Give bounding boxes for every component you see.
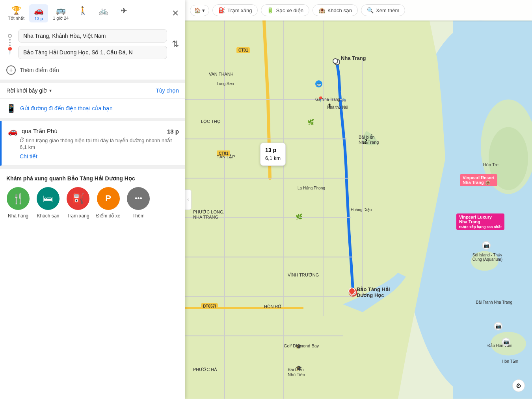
filter-ev-label: Sạc xe điện (276, 7, 303, 13)
transport-walk-label: — (81, 16, 85, 21)
car-icon: 🚗 (34, 6, 44, 15)
close-button[interactable]: ✕ (170, 7, 180, 20)
explore-items: 🍴 Nhà hàng 🛏 Khách sạn ⛽ Trạm xăng P Điể… (6, 187, 179, 219)
route-dots: 📍 (5, 34, 15, 54)
transport-bike[interactable]: 🚲 — (94, 4, 113, 22)
route-info-bubble: 13 p 6,1 km (260, 143, 286, 166)
filter-more-icon: 🔍 (367, 7, 374, 13)
send-directions-button[interactable]: 📱 Gửi đường đi đến điện thoại của bạn (0, 99, 185, 121)
left-panel: 🏆 Tốt nhất 🚗 13 p 🚌 1 giờ 24 🚶 — 🚲 — ✈ — (0, 0, 185, 399)
bike-icon: 🚲 (99, 6, 108, 15)
filter-more-button[interactable]: 🔍 Xem thêm (361, 4, 405, 16)
transport-best[interactable]: 🏆 Tốt nhất (5, 4, 28, 22)
aquarium-photo-icon[interactable]: 📷 (482, 241, 491, 250)
vinpearl-resort-badge[interactable]: Vinpearl ResortNha Trang 🏨 (460, 174, 497, 186)
transport-transit[interactable]: 🚌 1 giờ 24 (50, 4, 72, 22)
filter-hotel-icon: 🏨 (318, 7, 325, 13)
ct01-badge-top: CT01 (236, 47, 250, 53)
filter-ev-button[interactable]: 🔋 Sạc xe điện (261, 4, 309, 16)
add-stop-label: Thêm điểm đến (20, 67, 59, 73)
parking-label: Điểm đỗ xe (96, 213, 120, 219)
route-inputs: 📍 ⇅ (0, 25, 185, 63)
explore-restaurant[interactable]: 🍴 Nhà hàng (6, 187, 30, 219)
map-svg (185, 20, 532, 399)
map-container[interactable]: 13 p 6,1 km CT01 CT01 DT657I VAN THANH L… (185, 20, 532, 399)
ct01-badge-mid: CT01 (217, 150, 230, 156)
restaurant-icon: 🍴 (7, 187, 30, 210)
map-area[interactable]: 🏠 ▾ ⛽ Trạm xăng 🔋 Sạc xe điện 🏨 Khách sạ… (185, 0, 532, 399)
map-type-toggle[interactable]: 🏠 ▾ (190, 5, 209, 16)
dot-1 (9, 39, 11, 41)
dot-3 (9, 45, 11, 46)
send-directions-label: Gửi đường đi đến điện thoại của bạn (20, 105, 113, 111)
explore-section: Khám phá xung quanh Bảo Tàng Hải Dương H… (0, 169, 185, 223)
swap-button[interactable]: ⇅ (170, 37, 180, 51)
bai-tranh-photo-icon[interactable]: 📷 (494, 322, 502, 330)
route-car-icon: 🚗 (8, 126, 18, 136)
bubble-time: 13 p (265, 147, 276, 153)
parking-icon: P (97, 187, 120, 210)
transport-best-label: Tốt nhất (8, 16, 24, 21)
map-pin-ga: 📍 (317, 96, 324, 102)
route-option-header: 🚗 qua Trần Phú 13 p (8, 126, 179, 136)
explore-gas[interactable]: ⛽ Trạm xăng (66, 187, 90, 219)
transit-icon: 🚌 (56, 6, 66, 15)
add-stop-button[interactable]: + Thêm điểm đến (0, 63, 185, 80)
depart-chevron-icon: ▾ (49, 88, 52, 93)
hotel-label: Khách sạn (37, 213, 59, 219)
origin-marker (333, 58, 338, 64)
filter-hotel-button[interactable]: 🏨 Khách sạn (313, 4, 358, 16)
park-marker: 🌿 (307, 119, 314, 125)
transport-car[interactable]: 🚗 13 p (29, 4, 48, 22)
hon-tam-photo-icon[interactable]: 📷 (502, 338, 510, 346)
transport-transit-label: 1 giờ 24 (53, 16, 69, 21)
plane-icon: ✈ (121, 6, 127, 15)
university-icon: 🎓 (296, 365, 302, 371)
map-settings-button[interactable]: ⚙ (512, 379, 525, 392)
map-type-icon: 🏠 (194, 7, 201, 13)
destination-pin: 📍 (6, 47, 14, 54)
dot-2 (9, 42, 11, 43)
explore-title: Khám phá xung quanh Bảo Tàng Hải Dương H… (6, 175, 179, 182)
depart-label: Rời khởi bây giờ (6, 87, 47, 94)
options-button[interactable]: Tùy chọn (156, 87, 179, 94)
bubble-distance: 6,1 km (265, 155, 281, 161)
gas-icon: ⛽ (67, 187, 89, 210)
transport-plane[interactable]: ✈ — (114, 4, 133, 22)
plus-icon: + (6, 65, 16, 75)
beach-marker: 🏖 (363, 139, 368, 145)
transport-plane-label: — (122, 16, 126, 21)
transport-walk[interactable]: 🚶 — (73, 4, 92, 22)
park-marker-2: 🌿 (296, 213, 302, 220)
explore-more[interactable]: ••• Thêm (126, 187, 150, 219)
explore-parking[interactable]: P Điểm đỗ xe (96, 187, 120, 219)
transport-car-label: 13 p (34, 16, 43, 21)
collapse-panel-button[interactable]: ‹ (185, 189, 192, 210)
origin-input[interactable] (18, 29, 167, 43)
filter-gas-icon: ⛽ (218, 7, 225, 13)
explore-hotel[interactable]: 🛏 Khách sạn (36, 187, 60, 219)
depart-selector[interactable]: Rời khởi bây giờ ▾ (6, 87, 52, 94)
transport-bar: 🏆 Tốt nhất 🚗 13 p 🚌 1 giờ 24 🚶 — 🚲 — ✈ — (0, 0, 185, 25)
map-filter-bar: 🏠 ▾ ⛽ Trạm xăng 🔋 Sạc xe điện 🏨 Khách sạ… (185, 0, 532, 20)
university-icon-2: 🎓 (296, 343, 302, 349)
route-option[interactable]: 🚗 qua Trần Phú 13 p Ở tình trạng giao th… (0, 121, 185, 166)
filter-gas-button[interactable]: ⛽ Trạm xăng (212, 4, 258, 16)
more-label: Thêm (132, 213, 145, 219)
more-icon: ••• (127, 187, 150, 210)
hotel-icon: 🛏 (37, 187, 60, 210)
route-distance: 6,1 km (20, 144, 179, 150)
route-fields (18, 29, 167, 59)
walk-icon: 🚶 (78, 6, 88, 15)
dt657i-badge: DT657I (201, 303, 218, 309)
route-detail-link[interactable]: Chi tiết (20, 153, 37, 160)
restaurant-label: Nhà hàng (8, 213, 28, 219)
svg-point-5 (471, 251, 499, 271)
filter-gas-label: Trạm xăng (227, 7, 252, 13)
destination-input[interactable] (18, 46, 167, 59)
vinpearl-luxury-badge[interactable]: Vinpearl LuxuryNha TrangĐược xếp hạng ca… (456, 213, 504, 230)
map-type-chevron-icon: ▾ (202, 7, 205, 13)
gas-label: Trạm xăng (67, 213, 89, 219)
church-marker: ✝ (327, 102, 332, 109)
filter-hotel-label: Khách sạn (327, 7, 352, 13)
